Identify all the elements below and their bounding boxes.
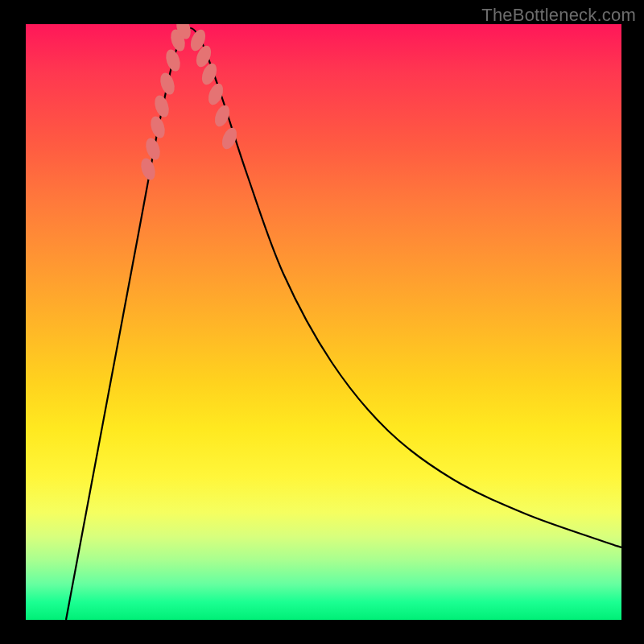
curve-svg (26, 24, 621, 620)
marker-dot (219, 126, 239, 151)
marker-dot (212, 103, 232, 129)
marker-dot (143, 136, 163, 162)
marker-dot (152, 93, 171, 119)
watermark-label: TheBottleneck.com (481, 5, 636, 26)
marker-dot (163, 47, 183, 73)
marker-dot (205, 81, 225, 107)
plot-area (26, 24, 621, 620)
chart-frame: TheBottleneck.com (0, 0, 644, 644)
marker-dot (138, 156, 158, 182)
bottleneck-curve (66, 28, 621, 620)
marker-dot (158, 71, 177, 97)
marker-dot (148, 114, 167, 140)
